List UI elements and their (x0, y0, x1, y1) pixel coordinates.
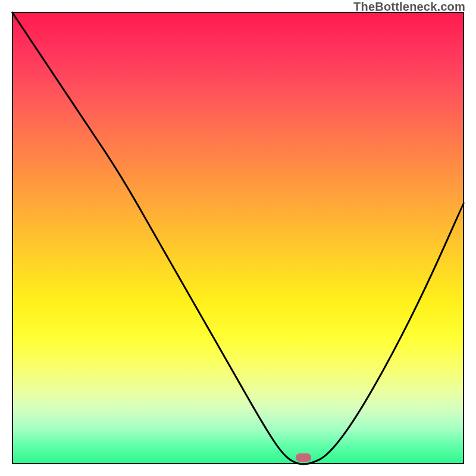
chart-container: TheBottleneck.com (0, 0, 476, 476)
bottleneck-curve-path (12, 12, 464, 464)
bottleneck-curve-svg (12, 12, 464, 464)
optimal-marker (296, 453, 311, 462)
